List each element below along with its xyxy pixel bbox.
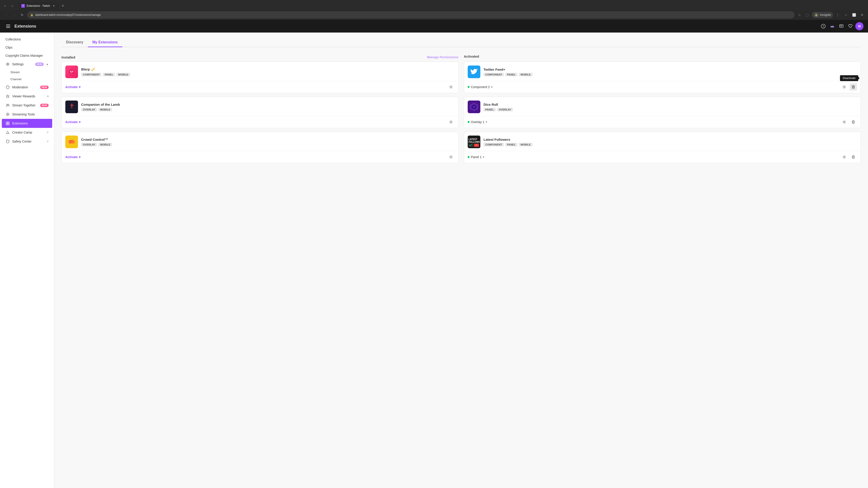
twitter-tag-mobile: MOBILE: [519, 73, 532, 76]
svg-text:+: +: [475, 144, 477, 147]
sidebar-item-channel[interactable]: Channel: [0, 76, 54, 83]
bookmark-icon[interactable]: ☆: [796, 12, 803, 18]
dice-roll-card: Dice Roll PANEL OVERLAY Overlay 1: [464, 97, 861, 128]
moderation-badge: NEW: [40, 86, 49, 89]
companion-settings-icon[interactable]: [447, 119, 455, 126]
safety-center-icon: [5, 139, 10, 144]
close-browser-button[interactable]: ✕: [859, 12, 865, 18]
user-avatar-button[interactable]: M: [855, 22, 864, 30]
followers-delete-icon[interactable]: [850, 153, 857, 161]
incognito-avatar-icon: 🕵: [814, 13, 818, 17]
sidebar-item-stream-together[interactable]: Stream Together NEW: [2, 101, 52, 110]
companion-icon: [65, 101, 78, 113]
twitter-tag-panel: PANEL: [505, 73, 518, 76]
blerp-tag-panel: PANEL: [103, 73, 115, 76]
url-text: dashboard.twitch.tv/u/moodjoy071/extensi…: [35, 13, 792, 17]
svg-point-21: [844, 87, 845, 88]
sidebar-item-streaming-tools[interactable]: Streaming Tools: [2, 110, 52, 119]
active-tab[interactable]: T Extensions - Twitch ✕: [18, 2, 59, 10]
dice-delete-icon[interactable]: [850, 119, 857, 126]
stream-together-badge: NEW: [40, 104, 49, 107]
sidebar-item-extensions[interactable]: Extensions: [2, 119, 52, 128]
lock-icon: 🔒: [30, 13, 33, 17]
sidebar-item-collections[interactable]: Collections: [2, 35, 52, 43]
svg-rect-1: [6, 26, 10, 26]
companion-name: Companion of the Lamb: [81, 103, 455, 106]
blerp-tag-mobile: MOBILE: [116, 73, 130, 76]
crowd-tag-overlay: OVERLAY: [81, 143, 97, 147]
sidebar-item-safety-center[interactable]: Safety Center ↗: [2, 137, 52, 146]
settings-icon: [5, 62, 10, 66]
sidebar-item-copyright[interactable]: Copyright Claims Manager: [2, 52, 52, 60]
manage-permissions-link[interactable]: Manage Permissions: [427, 55, 458, 60]
crowd-control-activate-button[interactable]: Activate ▾: [65, 155, 81, 159]
messages-button[interactable]: [837, 22, 845, 30]
minimize-button[interactable]: ─: [843, 12, 849, 18]
installed-column: Blerp 🎺 COMPONENT PANEL MOBILE Activate: [61, 62, 458, 167]
dice-settings-icon[interactable]: [841, 119, 848, 126]
sidebar: Collections Clips Copyright Claims Manag…: [0, 33, 54, 488]
sidebar-item-clips[interactable]: Clips: [2, 43, 52, 52]
help-button[interactable]: ?: [819, 22, 827, 30]
sidebar-toggle-icon[interactable]: ⬚: [804, 12, 810, 18]
companion-tag-overlay: OVERLAY: [81, 108, 97, 111]
dice-active-slot[interactable]: Overlay 1 ▾: [468, 120, 487, 124]
creator-camp-icon: [5, 130, 10, 135]
avatar-letter: M: [858, 24, 861, 28]
sidebar-item-moderation[interactable]: Moderation NEW: [2, 83, 52, 92]
twitter-feed-name: Twitter Feed+: [484, 68, 857, 71]
streaming-tools-icon: [5, 112, 10, 117]
incognito-button[interactable]: 🕵 Incognito: [812, 12, 833, 18]
sidebar-item-stream[interactable]: Stream: [0, 69, 54, 76]
back-button[interactable]: ←: [3, 12, 9, 18]
latest-followers-name: Latest Followers: [484, 138, 857, 141]
crown-icon-button[interactable]: [828, 22, 836, 30]
twitter-icon: [468, 66, 480, 78]
companion-activate-button[interactable]: Activate ▾: [65, 120, 81, 124]
refresh-button[interactable]: ↻: [19, 12, 25, 18]
tab-my-extensions[interactable]: My Extensions: [88, 38, 122, 47]
tab-discovery[interactable]: Discovery: [61, 38, 88, 47]
forward-button[interactable]: →: [11, 12, 17, 18]
maximize-button[interactable]: ⬜: [851, 12, 857, 18]
stream-together-icon: [5, 103, 10, 107]
settings-badge: NEW: [35, 63, 43, 66]
new-tab-button[interactable]: +: [60, 3, 66, 9]
extensions-icon: [5, 121, 10, 126]
twitter-delete-icon[interactable]: [850, 84, 857, 91]
svg-rect-13: [8, 122, 9, 123]
followers-settings-icon[interactable]: [841, 153, 848, 161]
tab-close-button[interactable]: ✕: [52, 4, 56, 8]
blerp-activate-button[interactable]: Activate ▾: [65, 85, 81, 89]
svg-point-20: [451, 157, 452, 158]
svg-point-28: [844, 122, 845, 123]
followers-tag-component: COMPONENT: [484, 143, 504, 147]
tab-nav-left[interactable]: ‹: [2, 3, 8, 9]
sidebar-item-settings[interactable]: Settings NEW ▲: [2, 60, 52, 69]
followers-active-slot[interactable]: Panel 1 ▾: [468, 155, 484, 159]
followers-active-dot: [468, 156, 469, 158]
heart-button[interactable]: [846, 22, 855, 30]
svg-rect-12: [6, 122, 7, 123]
crowd-control-name: Crowd Control™: [81, 138, 455, 141]
extensions-grid: Blerp 🎺 COMPONENT PANEL MOBILE Activate: [61, 62, 861, 167]
tab-title: Extensions - Twitch: [27, 4, 50, 7]
browser-menu-icon[interactable]: ⋮: [835, 12, 841, 18]
main-content: Discovery My Extensions Installed Manage…: [54, 33, 868, 488]
address-bar[interactable]: 🔒 dashboard.twitch.tv/u/moodjoy071/exten…: [27, 11, 795, 19]
hamburger-menu-button[interactable]: [4, 23, 12, 30]
twitter-settings-icon[interactable]: [841, 84, 848, 91]
safety-center-external-icon: ↗: [46, 140, 49, 143]
tab-favicon: T: [21, 4, 25, 8]
svg-point-17: [451, 122, 452, 123]
twitter-active-slot[interactable]: Component 2 ▾: [468, 85, 493, 89]
dice-roll-name: Dice Roll: [484, 103, 857, 106]
sidebar-item-viewer-rewards[interactable]: Viewer Rewards ▾: [2, 92, 52, 101]
sidebar-item-creator-camp[interactable]: Creator Camp ↗: [2, 128, 52, 137]
dice-roll-icon: [468, 101, 480, 113]
tab-nav-right[interactable]: ›: [9, 3, 16, 9]
blerp-settings-icon[interactable]: [447, 84, 455, 91]
crowd-control-settings-icon[interactable]: [447, 153, 455, 161]
followers-tag-mobile: MOBILE: [519, 143, 532, 147]
followers-tag-panel: PANEL: [505, 143, 518, 147]
